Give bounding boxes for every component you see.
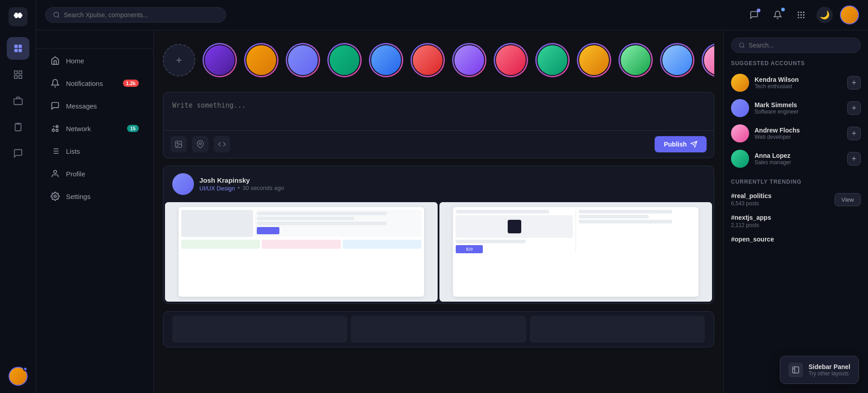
location-btn[interactable] xyxy=(192,136,208,152)
view-btn-0[interactable]: View xyxy=(835,193,861,206)
sugg-info-1: Mark Simmels Software engineer xyxy=(755,101,842,115)
app-logo[interactable] xyxy=(9,7,28,26)
notifications-badge: 1.2k xyxy=(123,80,139,87)
right-search-bar[interactable] xyxy=(731,38,861,53)
topbar-right: 🌙 xyxy=(746,5,859,24)
post-images: $29 xyxy=(163,202,714,303)
story-avatar-11[interactable] xyxy=(618,43,653,77)
story-avatar-10[interactable] xyxy=(577,43,611,77)
sidebar-item-dashboard[interactable] xyxy=(7,37,29,60)
message-icon xyxy=(13,148,23,158)
sidebar-panel-popup[interactable]: Sidebar Panel Try other layouts xyxy=(780,356,859,384)
code-btn[interactable] xyxy=(214,136,230,152)
briefcase-icon xyxy=(13,96,23,106)
story-avatar-5[interactable] xyxy=(369,43,403,77)
svg-rect-7 xyxy=(19,76,21,78)
suggested-account-2: Andrew Flochs Web developer + xyxy=(731,121,861,146)
story-avatar-3[interactable] xyxy=(286,43,320,77)
sugg-avatar-1 xyxy=(731,99,749,117)
suggested-account-3: Anna Lopez Sales manager + xyxy=(731,146,861,171)
search-input[interactable] xyxy=(64,11,218,19)
chat-notification-dot xyxy=(757,9,760,12)
sidebar-item-briefcase[interactable] xyxy=(7,90,29,112)
post-meta: Josh Krapinsky UI/UX Design • 30 seconds… xyxy=(199,176,705,192)
theme-toggle-btn[interactable]: 🌙 xyxy=(816,7,833,23)
story-avatar-13[interactable] xyxy=(702,43,714,77)
sugg-name-0: Kendra Wilson xyxy=(755,76,842,83)
svg-rect-31 xyxy=(793,367,799,373)
trending-tag-0: #real_politics xyxy=(731,192,772,199)
story-avatar-4[interactable] xyxy=(327,43,362,77)
story-avatar-6[interactable] xyxy=(410,43,445,77)
chat-icon-btn[interactable] xyxy=(746,7,762,23)
svg-point-16 xyxy=(803,14,804,15)
nav-messages[interactable]: Messages xyxy=(40,95,150,117)
story-avatar-1[interactable] xyxy=(203,43,237,77)
notification-dot xyxy=(23,367,28,371)
nav-network[interactable]: Network 15 xyxy=(40,118,150,139)
nav-lists[interactable]: Lists xyxy=(40,140,150,162)
nav-sidebar: Home Notifications 1.2k Messages Network… xyxy=(36,30,154,393)
publish-button[interactable]: Publish xyxy=(655,136,707,152)
trending-item-2: #open_source xyxy=(731,232,861,246)
post-author-avatar xyxy=(172,173,194,195)
sidebar-panel-subtitle: Try other layouts xyxy=(808,370,850,377)
search-bar[interactable] xyxy=(45,7,226,23)
post-author-name: Josh Krapinsky xyxy=(199,176,705,184)
nav-notifications-label: Notifications xyxy=(66,80,103,87)
nav-home[interactable]: Home xyxy=(40,50,150,71)
post-time: 30 seconds ago xyxy=(242,185,284,191)
trending-item-0: #real_politics 6,543 posts View xyxy=(731,189,861,210)
sugg-avatar-0 xyxy=(731,74,749,92)
sugg-avatar-3 xyxy=(731,150,749,168)
trending-item-1: #nextjs_apps 2,112 posts xyxy=(731,210,861,232)
svg-point-12 xyxy=(800,12,802,13)
image-upload-btn[interactable] xyxy=(170,136,187,152)
post-image-1 xyxy=(165,202,438,302)
post-category: UI/UX Design xyxy=(199,185,235,192)
svg-rect-8 xyxy=(14,99,22,104)
image-icon xyxy=(175,140,183,148)
sidebar-item-grid[interactable] xyxy=(7,63,29,86)
post-dot: • xyxy=(238,185,240,191)
add-story-btn[interactable]: + xyxy=(163,44,195,76)
svg-point-23 xyxy=(54,170,57,174)
code-icon xyxy=(218,140,226,148)
profile-icon xyxy=(51,169,60,178)
sugg-sub-0: Tech enthusiast xyxy=(755,83,842,90)
svg-rect-0 xyxy=(14,45,17,48)
nav-settings[interactable]: Settings xyxy=(40,185,150,207)
nav-settings-label: Settings xyxy=(66,193,90,200)
sidebar-item-message[interactable] xyxy=(7,142,29,165)
svg-point-20 xyxy=(56,125,58,128)
nav-notifications[interactable]: Notifications 1.2k xyxy=(40,72,150,94)
apps-icon-btn[interactable] xyxy=(793,7,809,23)
follow-btn-2[interactable]: + xyxy=(847,127,861,140)
nav-profile[interactable]: Profile xyxy=(40,163,150,185)
story-avatar-12[interactable] xyxy=(660,43,694,77)
svg-point-22 xyxy=(56,129,58,132)
bell-icon-btn[interactable] xyxy=(769,7,786,23)
follow-btn-3[interactable]: + xyxy=(847,152,861,166)
send-icon xyxy=(690,141,698,148)
user-avatar-sidebar[interactable] xyxy=(9,367,28,386)
sidebar-item-clipboard[interactable] xyxy=(7,116,29,138)
story-avatar-2[interactable] xyxy=(244,43,278,77)
svg-rect-4 xyxy=(14,71,17,74)
right-search-input[interactable] xyxy=(749,42,853,49)
svg-point-24 xyxy=(54,195,57,198)
suggested-accounts-section: SUGGESTED ACCOUNTS Kendra Wilson Tech en… xyxy=(731,60,861,171)
story-avatar-7[interactable] xyxy=(452,43,486,77)
composer-input[interactable] xyxy=(163,92,714,128)
follow-btn-0[interactable]: + xyxy=(847,76,861,90)
dashboard-icon xyxy=(13,43,23,53)
svg-rect-1 xyxy=(18,45,21,48)
story-avatar-8[interactable] xyxy=(494,43,528,77)
suggested-title: SUGGESTED ACCOUNTS xyxy=(731,60,861,66)
story-avatar-9[interactable] xyxy=(535,43,570,77)
follow-btn-1[interactable]: + xyxy=(847,101,861,115)
svg-point-21 xyxy=(52,129,54,132)
post-image-2: $29 xyxy=(439,202,712,302)
user-avatar-topbar[interactable] xyxy=(840,5,859,24)
sugg-info-3: Anna Lopez Sales manager xyxy=(755,152,842,166)
